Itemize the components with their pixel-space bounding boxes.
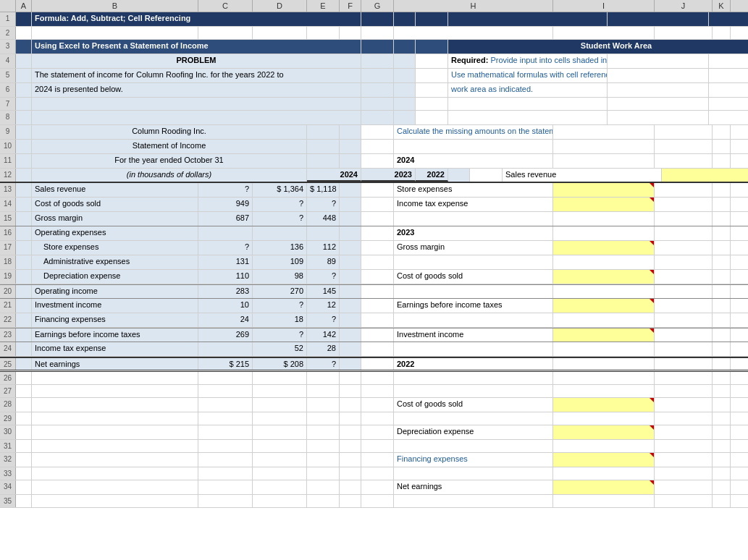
rownum-19: 19: [0, 270, 16, 284]
cell-25g: [361, 358, 394, 370]
cell-30i-depr2022-input[interactable]: [553, 425, 655, 439]
cell-23i-invest2023-input[interactable]: [553, 328, 655, 341]
cell-5i: [608, 69, 709, 82]
cell-4a: [16, 54, 32, 68]
cell-3h-student: Student Work Area: [448, 40, 748, 54]
cell-6i: [608, 83, 709, 97]
cell-13b-label: Sales revenue: [32, 183, 198, 197]
col-header-d: D: [253, 0, 307, 12]
cell-24e: 28: [307, 342, 340, 356]
cell-18h: [394, 255, 553, 269]
cell-15j: [655, 212, 713, 226]
cell-18k: [713, 255, 731, 269]
cell-19i-cogs2023-input[interactable]: [553, 270, 655, 284]
cell-13i-store-input[interactable]: [553, 183, 655, 197]
cell-22h: [394, 313, 553, 327]
cell-14e: ?: [307, 198, 340, 211]
cell-21h-ebit2023: Earnings before income taxes: [394, 299, 553, 313]
cell-20g: [361, 285, 394, 298]
cell-20e: 145: [307, 285, 340, 298]
cell-5g: [416, 69, 448, 82]
cell-13k: [713, 183, 731, 197]
cell-13f: [340, 183, 361, 197]
cell-19j: [655, 270, 713, 284]
cell-10f: [340, 140, 361, 153]
cell-7e: [361, 98, 394, 110]
rownum-20: 20: [0, 285, 16, 298]
cell-27k: [713, 385, 731, 397]
cell-25c: $ 215: [198, 358, 253, 370]
cell-23h-invest2023: Investment income: [394, 328, 553, 341]
cell-17i-grossmargin-input[interactable]: [553, 241, 655, 255]
cell-29j: [655, 412, 713, 425]
cell-33k: [713, 467, 731, 480]
cell-34c: [198, 480, 253, 494]
row-17: 17 Store expenses ? 136 112 Gross margin: [0, 241, 748, 255]
cell-15h: [394, 212, 553, 226]
row-1: 1 Formula: Add, Subtract; Cell Referenci…: [0, 12, 748, 27]
rownum-22: 22: [0, 313, 16, 327]
cell-31g: [361, 440, 394, 452]
cell-27b: [32, 385, 198, 397]
cell-28i-cogs2022-input[interactable]: [553, 398, 655, 412]
cell-29b: [32, 412, 198, 425]
cell-31a: [16, 440, 32, 452]
row-15: 15 Gross margin 687 ? 448: [0, 212, 748, 226]
cell-34i-netearnings2022-input[interactable]: [553, 480, 655, 494]
cell-33g: [361, 467, 394, 480]
row-3: 3 Using Excel to Present a Statement of …: [0, 40, 748, 54]
cell-19f: [340, 270, 361, 284]
cell-12i-sales-rev-input[interactable]: [662, 169, 748, 182]
cell-10g: [361, 140, 394, 153]
cell-35b: [32, 495, 198, 507]
cell-7h: [448, 98, 608, 110]
cell-22f: [340, 313, 361, 327]
cell-29a: [16, 412, 32, 425]
cell-3e: [361, 40, 394, 54]
cell-35d: [253, 495, 307, 507]
cell-2d: [253, 27, 307, 39]
cell-9h-calc: Calculate the missing amounts on the sta…: [394, 125, 553, 139]
cell-33j: [655, 467, 713, 480]
cell-6h-req3: work area as indicated.: [448, 83, 608, 97]
cell-32i-fin2022-input[interactable]: [553, 453, 655, 467]
col-header-j: J: [655, 0, 713, 12]
cell-18i: [553, 255, 655, 269]
cell-20d: 270: [253, 285, 307, 298]
cell-10h: [394, 140, 553, 153]
cell-9b-company: Column Rooding Inc.: [32, 125, 307, 139]
cell-10e: [307, 140, 340, 153]
cell-4j: [709, 54, 748, 68]
cell-25e: ?: [307, 358, 340, 370]
cell-6a: [16, 83, 32, 97]
cell-5a: [16, 69, 32, 82]
cell-16b-label: Operating expenses: [32, 226, 198, 240]
cell-7a: [16, 98, 32, 110]
cell-31f: [340, 440, 361, 452]
cell-14h-incometax: Income tax expense: [394, 198, 553, 211]
cell-3b-problem-header: Using Excel to Present a Statement of In…: [32, 40, 361, 54]
cell-14i-incometax-input[interactable]: [553, 198, 655, 211]
cell-5e: [361, 69, 394, 82]
cell-17h-grossmargin: Gross margin: [394, 241, 553, 255]
cell-25d: $ 208: [253, 358, 307, 370]
cell-30d: [253, 425, 307, 439]
cell-27d: [253, 385, 307, 397]
row-8: 8: [0, 111, 748, 125]
cell-21c: 10: [198, 299, 253, 313]
cell-27a: [16, 385, 32, 397]
cell-24i: [553, 342, 655, 356]
cell-30j: [655, 425, 713, 439]
cell-23d: ?: [253, 328, 307, 341]
cell-26b: [32, 372, 198, 384]
rownum-16: 16: [0, 226, 16, 240]
cell-32j: [655, 453, 713, 467]
cell-8i: [608, 111, 709, 124]
spreadsheet: A B C D E F G H I J K 1 Formula: Add, Su…: [0, 0, 748, 560]
cell-21i-ebit2023-input[interactable]: [553, 299, 655, 313]
cell-4g: [416, 54, 448, 68]
cell-17a: [16, 241, 32, 255]
cell-25k: [713, 358, 731, 370]
cell-5j: [709, 69, 748, 82]
cell-15d: ?: [253, 212, 307, 226]
